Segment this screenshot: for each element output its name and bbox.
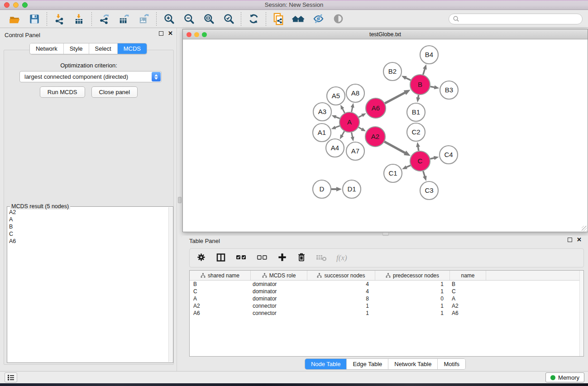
table-cell[interactable]: C bbox=[190, 288, 251, 295]
tab-network[interactable]: Network bbox=[30, 43, 64, 54]
tab-mcds[interactable]: MCDS bbox=[118, 43, 147, 54]
optimization-criterion-dropdown[interactable]: largest connected component (directed) bbox=[19, 71, 162, 82]
table-cell[interactable]: A bbox=[450, 295, 486, 302]
tab-style[interactable]: Style bbox=[64, 43, 89, 54]
mcds-result-item[interactable]: C bbox=[9, 230, 167, 238]
graph-edge-arrowhead bbox=[340, 105, 344, 110]
import-network-button[interactable] bbox=[49, 11, 69, 27]
table-row[interactable]: A6connector11A6 bbox=[190, 310, 583, 317]
column-header-predecessor-nodes[interactable]: predecessor nodes bbox=[375, 271, 450, 280]
table-scrollbar[interactable] bbox=[579, 271, 583, 356]
mcds-result-item[interactable]: A bbox=[9, 216, 167, 223]
close-panel-button[interactable]: Close panel bbox=[91, 86, 138, 98]
export-network-button[interactable] bbox=[94, 11, 114, 27]
table-settings-button[interactable] bbox=[196, 252, 206, 264]
table-row[interactable]: A2connector11A2 bbox=[190, 302, 583, 310]
table-cell[interactable]: 1 bbox=[307, 303, 375, 309]
table-cell[interactable]: A6 bbox=[190, 310, 251, 316]
float-panel-icon[interactable] bbox=[568, 238, 572, 242]
network-file-button[interactable] bbox=[268, 11, 288, 27]
import-table-button[interactable] bbox=[69, 11, 89, 27]
save-session-button[interactable] bbox=[24, 11, 44, 27]
table-cell[interactable]: 8 bbox=[307, 295, 375, 302]
table-cell[interactable]: 1 bbox=[375, 310, 450, 316]
export-table-icon bbox=[118, 13, 130, 25]
close-panel-icon[interactable]: ✕ bbox=[168, 31, 173, 36]
table-cell[interactable]: 1 bbox=[375, 281, 450, 287]
memory-button[interactable]: Memory bbox=[545, 372, 584, 382]
mcds-result-item[interactable]: A6 bbox=[9, 238, 167, 245]
resize-grip-icon[interactable] bbox=[582, 226, 587, 231]
table-cell[interactable]: 4 bbox=[307, 288, 375, 295]
delete-row-button[interactable] bbox=[296, 252, 306, 264]
graph-edge[interactable] bbox=[405, 77, 411, 80]
column-header-shared-name[interactable]: shared name bbox=[190, 271, 251, 280]
network-window-titlebar[interactable]: testGlobe.txt bbox=[183, 29, 588, 39]
table-cell[interactable]: dominator bbox=[251, 295, 307, 302]
tab-select[interactable]: Select bbox=[89, 43, 118, 54]
graph-edge[interactable] bbox=[385, 92, 406, 103]
show-panel-button[interactable] bbox=[328, 11, 348, 27]
zoom-fit-button[interactable] bbox=[199, 11, 219, 27]
table-cell[interactable]: 1 bbox=[375, 288, 450, 295]
table-cell[interactable]: dominator bbox=[251, 288, 307, 295]
table-cell[interactable]: connector bbox=[251, 310, 307, 316]
show-column-button[interactable] bbox=[215, 252, 226, 264]
home-button[interactable] bbox=[288, 11, 308, 27]
column-header-name[interactable]: name bbox=[450, 271, 486, 280]
column-header-mcds-role[interactable]: MCDS role bbox=[251, 271, 307, 280]
table-cell[interactable]: A bbox=[190, 295, 251, 302]
tab-motifs[interactable]: Motifs bbox=[438, 359, 465, 369]
table-cell[interactable]: B bbox=[450, 281, 486, 287]
mcds-result-scrollbar[interactable] bbox=[168, 207, 172, 362]
float-panel-icon[interactable] bbox=[159, 31, 163, 36]
graph-edge-arrowhead bbox=[402, 165, 407, 169]
zoom-in-button[interactable] bbox=[159, 11, 179, 27]
table-row[interactable]: Bdominator41B bbox=[190, 281, 583, 288]
open-session-button[interactable] bbox=[5, 11, 24, 27]
mcds-result-item[interactable]: B bbox=[9, 223, 167, 230]
export-image-button[interactable] bbox=[134, 11, 154, 27]
add-row-button[interactable] bbox=[277, 252, 287, 264]
column-header-successor-nodes[interactable]: successor nodes bbox=[307, 271, 375, 280]
mcds-result-item[interactable]: A2 bbox=[9, 209, 167, 216]
table-cell[interactable]: A2 bbox=[190, 303, 251, 309]
graph-edge[interactable] bbox=[423, 68, 425, 75]
search-input[interactable] bbox=[459, 16, 578, 22]
graph-edge[interactable] bbox=[384, 142, 406, 153]
vertical-splitter[interactable] bbox=[177, 28, 182, 371]
refresh-button[interactable] bbox=[244, 11, 263, 27]
table-cell[interactable]: A2 bbox=[450, 303, 486, 309]
delete-table-button[interactable] bbox=[316, 253, 327, 263]
splitter-handle[interactable] bbox=[178, 197, 182, 203]
graph-node-label: B bbox=[418, 81, 422, 88]
graph-edge[interactable] bbox=[423, 171, 425, 177]
tab-edge-table[interactable]: Edge Table bbox=[347, 359, 388, 369]
close-panel-icon[interactable]: ✕ bbox=[577, 238, 582, 242]
splitter-handle[interactable] bbox=[382, 232, 389, 236]
table-cell[interactable]: 1 bbox=[307, 310, 375, 316]
table-row[interactable]: Cdominator41C bbox=[190, 288, 583, 295]
network-canvas[interactable]: B4B2BB3A8A5A6A3B1AC2A1A2A4A7C4CC1C3DD1 bbox=[183, 39, 588, 232]
task-history-button[interactable] bbox=[5, 372, 17, 382]
table-cell[interactable]: 1 bbox=[375, 303, 450, 309]
table-cell[interactable]: dominator bbox=[251, 281, 307, 287]
table-cell[interactable]: C bbox=[450, 288, 486, 295]
table-cell[interactable]: 4 bbox=[307, 281, 375, 287]
function-builder-button[interactable]: f(x) bbox=[336, 253, 347, 262]
deselect-all-button[interactable] bbox=[256, 253, 268, 263]
table-cell[interactable]: 0 bbox=[375, 295, 450, 302]
run-mcds-button[interactable]: Run MCDS bbox=[40, 86, 85, 98]
table-cell[interactable]: B bbox=[190, 281, 251, 287]
select-all-button[interactable] bbox=[235, 253, 247, 263]
export-table-button[interactable] bbox=[114, 11, 134, 27]
tab-node-table[interactable]: Node Table bbox=[305, 359, 347, 369]
search-box[interactable] bbox=[449, 14, 583, 24]
hide-panel-button[interactable] bbox=[308, 11, 328, 27]
table-cell[interactable]: A6 bbox=[450, 310, 486, 316]
zoom-selected-button[interactable] bbox=[219, 11, 239, 27]
table-row[interactable]: Adominator80A bbox=[190, 295, 583, 302]
tab-network-table[interactable]: Network Table bbox=[388, 359, 438, 369]
zoom-out-button[interactable] bbox=[179, 11, 199, 27]
table-cell[interactable]: connector bbox=[251, 303, 307, 309]
